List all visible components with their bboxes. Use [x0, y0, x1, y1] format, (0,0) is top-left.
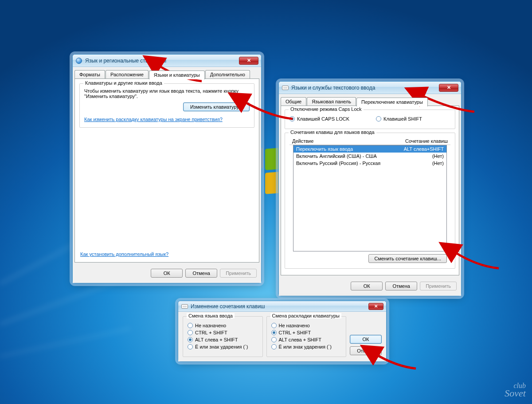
close-button[interactable]: ✕	[368, 303, 383, 310]
cancel-button[interactable]: Отмена	[185, 269, 217, 278]
radio-label: ALT слева + SHIFT	[195, 337, 238, 342]
radio-label: Не назначено	[195, 323, 226, 328]
radio-label: CTRL + SHIFT	[195, 330, 227, 335]
radio-label: Ё или знак ударения (`)	[195, 344, 248, 349]
globe-icon	[75, 57, 82, 64]
radio-label: CTRL + SHIFT	[279, 330, 311, 335]
ok-button[interactable]: ОК	[351, 282, 383, 290]
group-text: Чтобы изменить клавиатуру или язык ввода…	[84, 88, 250, 99]
keyboard-icon	[181, 303, 188, 310]
radio-grave[interactable]: Ё или знак ударения (`)	[271, 344, 342, 349]
link-install-language[interactable]: Как установить дополнительный язык?	[80, 251, 168, 257]
hotkey-list[interactable]: Переключить язык ввода ALT слева+SHIFT В…	[293, 145, 447, 251]
tab-formats[interactable]: Форматы	[74, 70, 105, 79]
radio-alt-shift[interactable]: ALT слева + SHIFT	[271, 337, 342, 342]
decorative-beam	[0, 328, 130, 357]
tab-strip: Общие Языковая панель Переключение клави…	[281, 97, 459, 106]
cancel-button[interactable]: Отмена	[350, 346, 382, 355]
radio-none[interactable]: Не назначено	[188, 323, 258, 328]
close-button[interactable]: ✕	[239, 57, 258, 65]
tab-keyboards[interactable]: Языки и клавиатуры	[149, 71, 205, 79]
left-group-title: Смена языка ввода	[187, 313, 235, 318]
radio-icon	[188, 323, 193, 328]
titlebar[interactable]: Изменение сочетания клавиш ✕	[178, 301, 386, 312]
hotkeys-group-title: Сочетания клавиш для языков ввода	[289, 129, 376, 135]
list-header: Действие Сочетание клавиш	[289, 137, 450, 145]
row-action: Включить Русский (Россия) - Русская	[296, 161, 391, 166]
apply-button: Применить	[220, 269, 257, 278]
row-combo: (Нет)	[391, 153, 444, 159]
link-change-layout-welcome[interactable]: Как изменить раскладку клавиатуры на экр…	[84, 117, 223, 122]
radio-ctrl-shift[interactable]: CTRL + SHIFT	[271, 330, 342, 335]
row-action: Включить Английский (США) - США	[296, 153, 391, 159]
close-button[interactable]: ✕	[439, 84, 458, 92]
radio-icon	[271, 323, 277, 328]
row-combo: (Нет)	[391, 161, 444, 166]
dialog-title: Языки и службы текстового ввода	[291, 85, 439, 91]
ok-button[interactable]: ОК	[151, 269, 183, 278]
radio-ctrl-shift[interactable]: CTRL + SHIFT	[188, 330, 258, 335]
row-action: Переключить язык ввода	[296, 146, 391, 152]
caps-group-title: Отключение режима Caps Lock	[289, 106, 364, 112]
dialog-button-row: ОК Отмена Применить	[73, 264, 261, 283]
radio-icon	[271, 344, 277, 349]
cancel-button[interactable]: Отмена	[385, 282, 417, 290]
keyboard-icon	[282, 84, 289, 91]
radio-icon	[271, 330, 277, 335]
radio-icon	[188, 337, 193, 342]
region-language-dialog: Язык и региональные стандарты ✕ Форматы …	[72, 54, 262, 283]
radio-icon	[376, 116, 381, 122]
radio-icon	[188, 330, 193, 335]
list-row[interactable]: Переключить язык ввода ALT слева+SHIFT	[293, 145, 446, 153]
radio-icon	[289, 116, 295, 122]
radio-alt-shift[interactable]: ALT слева + SHIFT	[188, 337, 258, 342]
col-combo: Сочетание клавиш	[395, 138, 448, 144]
titlebar[interactable]: Язык и региональные стандарты ✕	[73, 55, 261, 67]
tab-strip: Форматы Расположение Языки и клавиатуры …	[74, 70, 259, 78]
dialog-title: Изменение сочетания клавиш	[191, 303, 368, 310]
radio-label: Клавишей SHIFT	[383, 116, 422, 122]
radio-label: Не назначено	[279, 323, 310, 328]
radio-label: Клавишей CAPS LOCK	[297, 116, 349, 122]
change-keyboard-button[interactable]: Изменить клавиатуру...	[183, 102, 250, 111]
radio-caps-lock[interactable]: Клавишей CAPS LOCK	[289, 116, 349, 122]
radio-shift[interactable]: Клавишей SHIFT	[376, 116, 422, 122]
radio-icon	[188, 344, 193, 349]
list-row[interactable]: Включить Русский (Россия) - Русская (Нет…	[293, 160, 446, 167]
radio-icon	[271, 337, 277, 342]
watermark: club Sovet	[505, 383, 526, 398]
dialog-button-row: ОК Отмена Применить	[279, 277, 461, 296]
apply-button: Применить	[420, 282, 457, 290]
row-combo: ALT слева+SHIFT	[391, 146, 444, 152]
ok-button[interactable]: ОК	[350, 335, 382, 344]
radio-none[interactable]: Не назначено	[271, 323, 342, 328]
titlebar[interactable]: Языки и службы текстового ввода ✕	[279, 82, 461, 94]
radio-label: Ё или знак ударения (`)	[279, 344, 332, 349]
tab-additional[interactable]: Дополнительно	[205, 70, 250, 79]
dialog-title: Язык и региональные стандарты	[85, 58, 239, 64]
tab-language-bar[interactable]: Языковая панель	[307, 97, 356, 106]
tab-general[interactable]: Общие	[281, 97, 306, 106]
col-action: Действие	[292, 138, 395, 144]
tab-keyboard-switch[interactable]: Переключение клавиатуры	[356, 98, 428, 106]
radio-grave[interactable]: Ё или знак ударения (`)	[188, 344, 258, 349]
tab-location[interactable]: Расположение	[106, 70, 149, 79]
text-services-dialog: Языки и службы текстового ввода ✕ Общие …	[278, 81, 462, 296]
right-group-title: Смена раскладки клавиатуры	[270, 313, 341, 318]
change-combo-button[interactable]: Сменить сочетание клавиш...	[368, 254, 447, 263]
group-title: Клавиатуры и другие языки ввода	[83, 80, 164, 86]
radio-label: ALT слева + SHIFT	[279, 337, 321, 342]
change-hotkey-dialog: Изменение сочетания клавиш ✕ Смена языка…	[178, 301, 387, 362]
list-row[interactable]: Включить Английский (США) - США (Нет)	[293, 153, 446, 160]
